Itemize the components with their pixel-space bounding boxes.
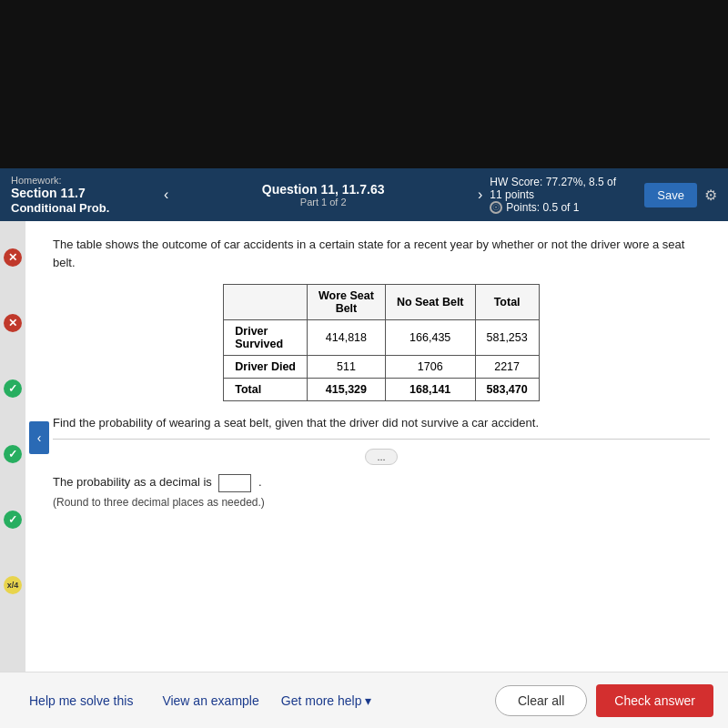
cell-survived-wore: 414,818 [307,320,385,356]
cell-total-total: 583,470 [475,379,539,401]
header-right: HW Score: 77.27%, 8.5 of 11 points ☉ Poi… [490,176,635,214]
indicator-fraction: x/4 [4,576,22,594]
answer-row: The probability as a decimal is . [53,474,710,492]
gear-icon[interactable]: ⚙ [704,187,717,204]
cell-died-wore: 511 [307,356,385,379]
divider [53,439,710,440]
view-example-button[interactable]: View an example [147,686,273,715]
hw-score-text: HW Score: 77.27%, 8.5 of [490,176,616,188]
table-row-total: Total 415,329 168,141 583,470 [224,379,539,401]
col-header-wore-seat-belt: Wore SeatBelt [307,285,385,320]
save-button[interactable]: Save [644,183,697,207]
points-icon: ☉ [490,201,502,214]
content-area: The table shows the outcome of car accid… [25,221,728,672]
part-label: Part 1 of 2 [300,197,347,207]
points-row: ☉ Points: 0.5 of 1 [490,201,579,214]
indicator-x-2: ✕ [4,314,22,332]
cell-survived-no: 166,435 [385,320,475,356]
content-and-arrow: ‹ The table shows the outcome of car acc… [25,221,728,672]
main-container: Homework: Section 11.7 Conditional Prob.… [0,168,728,728]
find-prob-text: Find the probability of wearing a seat b… [53,416,710,430]
content-wrapper: ✕ ✕ ✓ ✓ ✓ x/4 ‹ The table shows the outc… [0,221,728,672]
question-title: Question 11, 11.7.63 [262,182,385,197]
answer-period: . [258,475,262,489]
header-bar: Homework: Section 11.7 Conditional Prob.… [0,168,728,221]
row-label-died: Driver Died [224,356,308,379]
data-table: Wore SeatBelt No Seat Belt Total DriverS… [223,284,539,401]
row-label-survived: DriverSurvived [224,320,308,356]
indicator-check-2: ✓ [4,445,22,463]
header-center: Question 11, 11.7.63 Part 1 of 2 [176,182,470,207]
problem-description: The table shows the outcome of car accid… [53,236,710,271]
section-title: Section 11.7 Conditional Prob. [11,186,157,215]
indicator-check-1: ✓ [4,379,22,398]
col-header-total: Total [475,285,539,320]
sidebar-indicators: ✕ ✕ ✓ ✓ ✓ x/4 [0,221,25,672]
table-row-survived: DriverSurvived 414,818 166,435 581,253 [224,320,539,356]
row-label-total: Total [224,379,308,401]
get-more-help-button[interactable]: Get more help ▾ [274,686,379,715]
clear-all-button[interactable]: Clear all [495,685,587,716]
cell-total-no: 168,141 [385,379,475,401]
next-question-button[interactable]: › [470,187,490,203]
side-nav-arrow[interactable]: ‹ [29,421,49,454]
more-button[interactable]: ... [365,449,397,465]
round-note: (Round to three decimal places as needed… [53,496,710,509]
col-header-empty [224,285,308,320]
bottom-bar: Help me solve this View an example Get m… [0,672,728,728]
header-left: Homework: Section 11.7 Conditional Prob. [11,175,157,215]
prev-question-button[interactable]: ‹ [157,187,176,203]
top-black-area [0,0,728,168]
cell-survived-total: 581,253 [475,320,539,356]
col-header-no-seat-belt: No Seat Belt [385,285,475,320]
check-answer-button[interactable]: Check answer [596,684,713,717]
points-label: Points: 0.5 of 1 [506,201,579,214]
cell-died-no: 1706 [385,356,475,379]
help-solve-button[interactable]: Help me solve this [15,686,147,715]
table-row-died: Driver Died 511 1706 2217 [224,356,539,379]
answer-prefix: The probability as a decimal is [53,475,212,489]
hw-score-points: 11 points [490,188,534,201]
hw-label: Homework: [11,175,157,186]
indicator-x-1: ✕ [4,248,22,267]
cell-died-total: 2217 [475,356,539,379]
answer-input-box[interactable] [218,474,251,492]
indicator-check-3: ✓ [4,511,22,529]
cell-total-wore: 415,329 [307,379,385,401]
